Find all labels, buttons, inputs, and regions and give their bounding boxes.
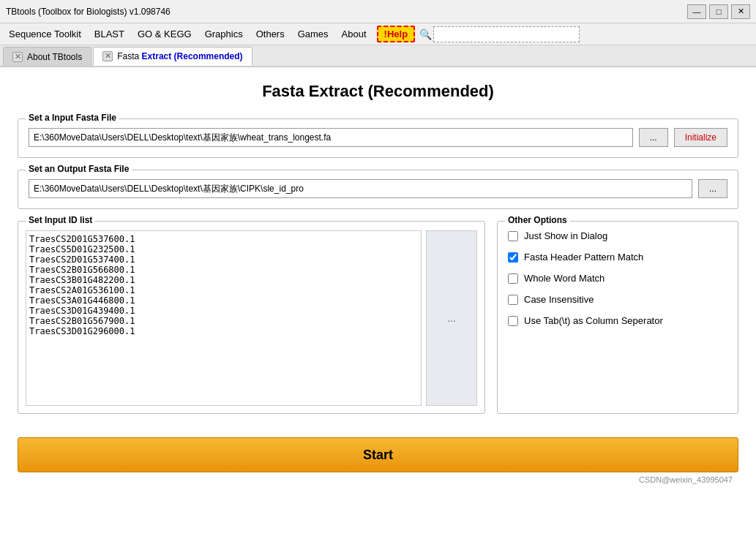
id-list-label: Set Input ID list [26, 215, 95, 225]
close-button[interactable]: ✕ [731, 4, 750, 19]
page-title: Fasta Extract (Recommended) [18, 82, 738, 101]
search-icon: 🔍 [419, 29, 432, 40]
main-content: Fasta Extract (Recommended) Set a Input … [0, 67, 756, 536]
options-list: Just Show in DialogFasta Header Pattern … [508, 230, 727, 326]
output-fasta-label: Set an Output Fasta File [26, 164, 132, 174]
app-title: TBtools (Toolbox for Biologists) v1.0987… [6, 7, 171, 17]
tab-close-about[interactable]: ✕ [12, 52, 23, 62]
menu-go-kegg[interactable]: GO & KEGG [132, 26, 198, 42]
menu-graphics[interactable]: Graphics [199, 26, 249, 42]
option-label-4: Use Tab(\t) as Column Seperator [524, 315, 663, 326]
option-label-1: Fasta Header Pattern Match [524, 252, 643, 263]
option-label-0: Just Show in Dialog [524, 230, 607, 241]
tab-bar: ✕ About TBtools ✕ Fasta Extract (Recomme… [0, 45, 756, 67]
minimize-button[interactable]: — [687, 4, 706, 19]
option-checkbox-1[interactable] [508, 252, 518, 263]
input-fasta-field[interactable] [29, 128, 633, 147]
option-checkbox-3[interactable] [508, 295, 518, 305]
maximize-button[interactable]: □ [709, 4, 728, 19]
menu-sequence-toolkit[interactable]: Sequence Toolkit [3, 26, 87, 42]
id-list-inner: ... [26, 230, 477, 406]
tab-fasta-label-highlight: Extract (Recommended) [142, 51, 243, 61]
tab-about-label: About TBtools [27, 52, 82, 62]
menu-others[interactable]: Others [250, 26, 291, 42]
menu-blast[interactable]: BLAST [89, 26, 130, 42]
input-fasta-browse-button[interactable]: ... [639, 128, 668, 147]
window-controls: — □ ✕ [687, 4, 750, 19]
id-list-group: Set Input ID list ... [18, 221, 485, 414]
option-label-2: Whole Word Match [524, 273, 605, 284]
menu-games[interactable]: Games [292, 26, 334, 42]
watermark: CSDN@weixin_43995047 [18, 475, 738, 484]
tab-fasta-label-part1: Fasta [117, 51, 141, 61]
option-checkbox-4[interactable] [508, 316, 518, 326]
other-options-group: Other Options Just Show in DialogFasta H… [497, 221, 738, 414]
option-row-4: Use Tab(\t) as Column Seperator [508, 315, 727, 326]
input-fasta-group: Set a Input Fasta File ... Initialize [18, 118, 738, 158]
initialize-button[interactable]: Initialize [674, 128, 727, 147]
tab-about-tbtools[interactable]: ✕ About TBtools [3, 47, 91, 66]
option-label-3: Case Insensitive [524, 294, 594, 305]
output-fasta-field[interactable] [29, 179, 692, 198]
help-button[interactable]: !Help [377, 26, 416, 42]
search-icon-area: 🔍 [419, 26, 580, 42]
title-bar: TBtools (Toolbox for Biologists) v1.0987… [0, 0, 756, 23]
output-fasta-group: Set an Output Fasta File ... [18, 170, 738, 209]
input-fasta-label: Set a Input Fasta File [26, 113, 119, 123]
tab-fasta-extract[interactable]: ✕ Fasta Extract (Recommended) [93, 47, 252, 66]
menu-about[interactable]: About [336, 26, 373, 42]
tab-fasta-label: Fasta Extract (Recommended) [117, 51, 242, 61]
search-input[interactable] [433, 26, 580, 42]
option-row-0: Just Show in Dialog [508, 230, 727, 241]
option-checkbox-2[interactable] [508, 273, 518, 284]
output-fasta-row: ... [29, 179, 727, 198]
menu-bar: Sequence Toolkit BLAST GO & KEGG Graphic… [0, 23, 756, 45]
input-fasta-row: ... Initialize [29, 128, 727, 147]
bottom-section: Set Input ID list ... Other Options Just… [18, 221, 738, 426]
option-row-3: Case Insensitive [508, 294, 727, 305]
id-list-textarea[interactable] [26, 230, 422, 406]
start-button[interactable]: Start [18, 437, 738, 472]
output-fasta-browse-button[interactable]: ... [698, 179, 727, 198]
other-options-label: Other Options [505, 215, 570, 225]
option-row-2: Whole Word Match [508, 273, 727, 284]
tab-close-fasta[interactable]: ✕ [102, 51, 113, 61]
option-row-1: Fasta Header Pattern Match [508, 252, 727, 263]
id-list-browse-button[interactable]: ... [426, 230, 477, 406]
option-checkbox-0[interactable] [508, 231, 518, 241]
